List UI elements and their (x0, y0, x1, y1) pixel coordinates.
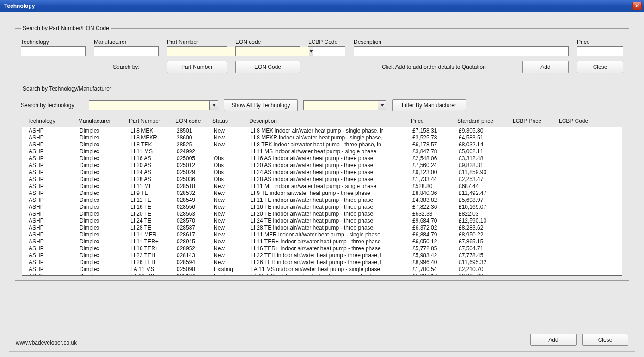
close-button-bottom[interactable]: Close (582, 334, 628, 346)
show-all-by-technology-button[interactable]: Show All By Technology (224, 99, 298, 111)
cell-standard-price: £8,950.22 (456, 231, 511, 238)
list-item[interactable]: ASHPDimplexLI 8 MEK28501NewLI 8 MEK indo… (22, 127, 622, 134)
cell-status: Obs (211, 162, 248, 169)
technology-filter-input[interactable] (89, 101, 209, 110)
cell-lcbp-price (511, 218, 558, 224)
add-hint-text: Click Add to add order details to Quotat… (354, 64, 514, 70)
list-item[interactable]: ASHPDimplexLI 8 MEKR28600NewLI 8 MEKR in… (22, 134, 622, 141)
list-item[interactable]: ASHPDimplexLI 20 AS025012ObsLI 20 AS ind… (22, 162, 622, 169)
eon-code-combo-input[interactable] (236, 47, 309, 56)
list-item[interactable]: ASHPDimplexLI 16 TER+028952NewLI 16 TER+… (22, 245, 622, 252)
cell-manufacturer: Dimplex (77, 127, 128, 134)
list-item[interactable]: ASHPDimplexLI 11 MS024992LI 11 MS indoor… (22, 148, 622, 155)
cell-eon-code: 028556 (174, 204, 211, 211)
search-part-number-button[interactable]: Part Number (167, 61, 227, 73)
part-number-combo-input[interactable] (167, 47, 240, 56)
cell-description: LA 11 MS oudoor air/water heat pump - si… (248, 266, 410, 273)
cell-price: £3,525.78 (410, 134, 456, 141)
manufacturer-filter-button[interactable] (378, 101, 386, 110)
col-lcbp-price: LCBP Price (510, 117, 556, 125)
list-item[interactable]: ASHPDimplexLI 11 MER028617NewLI 11 MER i… (22, 231, 622, 238)
cell-eon-code: 28600 (174, 134, 211, 141)
window-title: Technology (4, 3, 35, 9)
cell-eon-code: 028594 (174, 259, 211, 266)
footer-url: www.vbadeveloper.co.uk (16, 339, 77, 346)
list-item[interactable]: ASHPDimplexLI 11 TER+028945NewLI 11 TER+… (22, 238, 622, 245)
cell-lcbp-price (511, 259, 558, 266)
eon-code-combo[interactable] (235, 46, 300, 56)
cell-status: New (211, 231, 248, 238)
part-number-combo[interactable] (167, 46, 227, 56)
list-item[interactable]: ASHPDimplexLI 22 TEH028143NewLI 22 TEH i… (22, 252, 622, 259)
technology-filter-combo[interactable] (89, 100, 218, 110)
list-item[interactable]: ASHPDimplexLI 28 AS025036ObsLI 28 AS ind… (22, 176, 622, 183)
cell-part-number: LI 20 TE (128, 211, 174, 218)
cell-lcbp-code (558, 204, 604, 211)
cell-price: £7,158.31 (410, 127, 456, 134)
cell-standard-price: £822.03 (456, 211, 511, 218)
list-item[interactable]: ASHPDimplexLA 16 MS025104ExistingLA 16 M… (22, 273, 622, 276)
cell-price: £6,884.79 (410, 231, 456, 238)
cell-price: £1,700.54 (410, 266, 456, 273)
cell-standard-price: £687.44 (456, 183, 511, 190)
cell-price: £6,050.12 (410, 238, 456, 245)
cell-status: New (211, 259, 248, 266)
cell-eon-code: 025005 (174, 155, 211, 162)
technology-filter-button[interactable] (209, 101, 218, 110)
price-input[interactable] (577, 46, 623, 56)
add-button-bottom[interactable]: Add (530, 334, 577, 346)
list-item[interactable]: ASHPDimplexLI 24 AS025029ObsLI 24 AS ind… (22, 169, 622, 176)
add-button-top[interactable]: Add (522, 61, 569, 73)
list-item[interactable]: ASHPDimplexLI 11 TE028549NewLI 11 TE ind… (22, 197, 622, 204)
list-item[interactable]: ASHPDimplexLI 24 TE028570NewLI 24 TE ind… (22, 218, 622, 224)
eon-code-combo-button[interactable] (309, 47, 313, 56)
list-item[interactable]: ASHPDimplexLI 8 TEK28525NewLI 8 TEK indo… (22, 141, 622, 148)
list-item[interactable]: ASHPDimplexLI 11 ME028518NewLI 11 ME ind… (22, 183, 622, 190)
list-item[interactable]: ASHPDimplexLI 16 AS025005ObsLI 16 AS ind… (22, 155, 622, 162)
titlebar: Technology ✕ (0, 0, 644, 12)
manufacturer-input[interactable] (94, 46, 159, 56)
list-item[interactable]: ASHPDimplexLI 16 TE028556NewLI 16 TE ind… (22, 204, 622, 211)
list-item[interactable]: ASHPDimplexLI 20 TE028563NewLI 20 TE ind… (22, 211, 622, 218)
col-status: Status (209, 117, 246, 125)
eon-code-label: EON code (235, 39, 300, 45)
cell-eon-code: 028143 (174, 252, 211, 259)
cell-description: LI 8 TEK indoor air/water heat pump - th… (248, 141, 410, 148)
results-listbox[interactable]: ASHPDimplexLI 8 MEK28501NewLI 8 MEK indo… (22, 127, 622, 276)
cell-lcbp-price (511, 169, 558, 176)
cell-description: LI 28 AS indoor air/water heat pump - th… (248, 176, 410, 183)
cell-eon-code: 028952 (174, 245, 211, 252)
close-button-top[interactable]: Close (577, 61, 623, 73)
cell-description: LI 28 TE indoor air/water heat pump - th… (248, 224, 410, 231)
cell-lcbp-price (511, 162, 558, 169)
cell-part-number: LI 16 AS (128, 155, 174, 162)
cell-lcbp-price (511, 134, 558, 141)
cell-price: £6,372.02 (410, 224, 456, 231)
cell-standard-price: £5,002.11 (456, 148, 511, 155)
cell-manufacturer: Dimplex (77, 197, 128, 204)
cell-technology: ASHP (26, 218, 77, 224)
list-item[interactable]: ASHPDimplexLA 11 MS025098ExistingLA 11 M… (22, 266, 622, 273)
search-eon-code-button[interactable]: EON Code (235, 61, 300, 73)
cell-lcbp-code (558, 197, 604, 204)
cell-lcbp-code (558, 183, 604, 190)
lcbp-code-input[interactable] (308, 46, 345, 56)
description-input[interactable] (354, 46, 569, 56)
filter-by-manufacturer-button[interactable]: Filter By Manufacturer (392, 99, 466, 111)
cell-lcbp-price (511, 266, 558, 273)
list-item[interactable]: ASHPDimplexLI 28 TE028587NewLI 28 TE ind… (22, 224, 622, 231)
cell-technology: ASHP (26, 211, 77, 218)
cell-manufacturer: Dimplex (77, 155, 128, 162)
manufacturer-filter-input[interactable] (304, 101, 378, 110)
list-item[interactable]: ASHPDimplexLI 26 TEH028594NewLI 26 TEH i… (22, 259, 622, 266)
cell-status (211, 148, 248, 155)
cell-eon-code: 028570 (174, 218, 211, 224)
list-item[interactable]: ASHPDimplexLI 9 TE028532NewLI 9 TE indoo… (22, 190, 622, 197)
window-close-button[interactable]: ✕ (632, 2, 642, 10)
manufacturer-filter-combo[interactable] (303, 100, 386, 110)
cell-part-number: LI 8 TEK (128, 141, 174, 148)
cell-standard-price: £8,283.62 (456, 224, 511, 231)
technology-input[interactable] (21, 46, 86, 56)
manufacturer-label: Manufacturer (94, 39, 159, 45)
cell-part-number: LI 28 TE (128, 224, 174, 231)
